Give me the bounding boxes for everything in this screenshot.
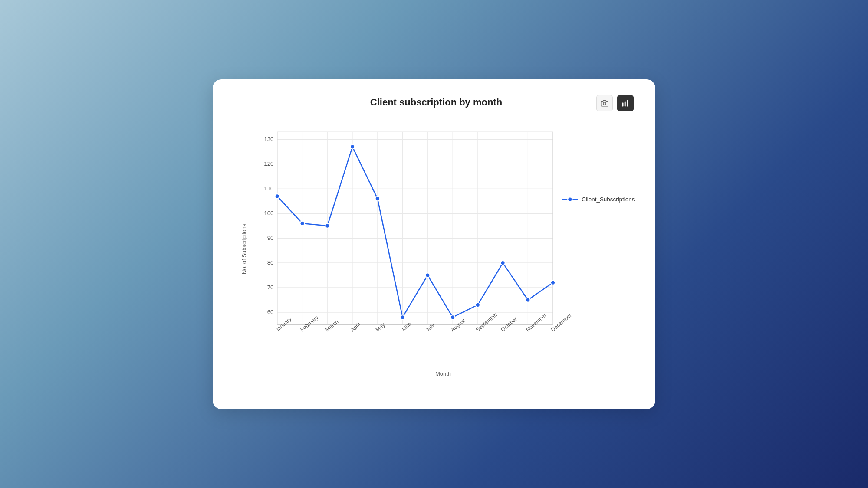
y-axis-label: No. of Subscriptions bbox=[239, 121, 249, 377]
svg-point-36 bbox=[275, 194, 279, 198]
chart-view-button[interactable] bbox=[617, 95, 634, 111]
svg-text:Client_Subscriptions: Client_Subscriptions bbox=[582, 196, 635, 202]
svg-point-47 bbox=[551, 280, 555, 285]
svg-rect-1 bbox=[622, 102, 624, 106]
svg-text:November: November bbox=[525, 312, 548, 332]
svg-text:May: May bbox=[375, 321, 387, 332]
svg-rect-2 bbox=[625, 101, 626, 106]
chart-svg: 60708090100110120130JanuaryFebruaryMarch… bbox=[253, 121, 634, 367]
svg-text:July: July bbox=[424, 321, 436, 332]
svg-text:120: 120 bbox=[264, 160, 273, 167]
svg-rect-3 bbox=[627, 100, 628, 106]
chart-title: Client subscription by month bbox=[239, 97, 634, 108]
svg-point-41 bbox=[400, 315, 404, 319]
x-axis-label: Month bbox=[253, 370, 634, 377]
svg-text:April: April bbox=[349, 321, 362, 333]
svg-text:December: December bbox=[550, 312, 573, 332]
svg-point-0 bbox=[603, 102, 606, 105]
svg-text:130: 130 bbox=[264, 136, 273, 142]
svg-text:90: 90 bbox=[267, 235, 274, 241]
svg-point-46 bbox=[526, 298, 530, 302]
chart-plot: 60708090100110120130JanuaryFebruaryMarch… bbox=[253, 121, 634, 367]
svg-text:September: September bbox=[475, 311, 499, 333]
svg-point-44 bbox=[476, 302, 480, 307]
chart-body: 60708090100110120130JanuaryFebruaryMarch… bbox=[253, 121, 634, 377]
svg-point-43 bbox=[450, 315, 455, 319]
svg-point-61 bbox=[568, 197, 572, 201]
svg-text:January: January bbox=[274, 315, 293, 333]
svg-point-37 bbox=[300, 221, 304, 225]
chart-area: No. of Subscriptions 6070809010011012013… bbox=[239, 121, 634, 377]
svg-text:80: 80 bbox=[267, 259, 274, 266]
toolbar bbox=[596, 95, 634, 111]
svg-point-45 bbox=[500, 260, 505, 265]
svg-point-38 bbox=[325, 223, 329, 228]
chart-card: Client subscription by month No. of Subs… bbox=[213, 79, 655, 409]
svg-text:October: October bbox=[500, 316, 518, 333]
svg-text:60: 60 bbox=[267, 309, 274, 315]
svg-text:100: 100 bbox=[264, 210, 273, 216]
svg-text:110: 110 bbox=[264, 185, 273, 192]
svg-text:March: March bbox=[324, 318, 339, 333]
svg-point-39 bbox=[350, 144, 355, 149]
svg-text:70: 70 bbox=[267, 284, 274, 291]
camera-button[interactable] bbox=[596, 95, 613, 111]
svg-point-42 bbox=[425, 273, 430, 277]
svg-point-40 bbox=[375, 196, 380, 200]
svg-text:June: June bbox=[399, 321, 412, 333]
